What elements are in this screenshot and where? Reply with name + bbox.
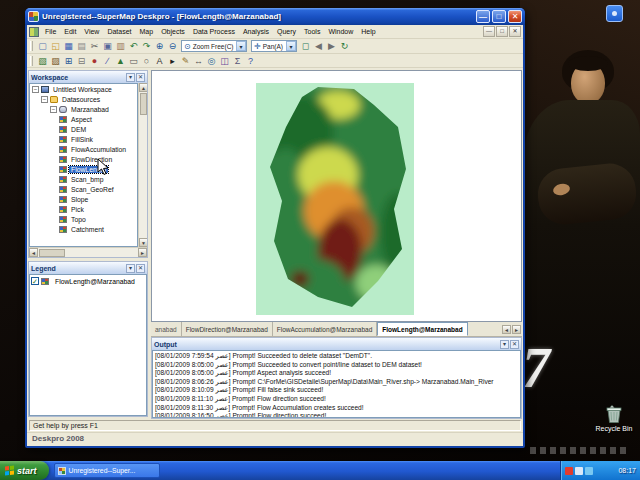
pin-icon[interactable]: ▾ [500,340,509,349]
close-all-icon[interactable]: ▤ [75,40,88,53]
tree-item[interactable]: Scan_bmp [30,174,137,184]
tree-expander-icon[interactable]: − [32,86,39,93]
new-grid-icon[interactable]: ⊞ [62,54,75,67]
buffer-icon[interactable]: ◎ [205,54,218,67]
dropdown-arrow-icon[interactable]: ▾ [286,41,296,51]
pan-combo[interactable]: ✛ Pan(A) ▾ [251,40,297,52]
zoom-in-icon[interactable]: ⊕ [153,40,166,53]
taskbar-clock[interactable]: 08:17 [618,467,636,474]
zoom-out-icon[interactable]: ⊖ [166,40,179,53]
scrollbar-thumb[interactable] [140,93,147,115]
close-button[interactable]: ✕ [508,10,522,23]
tree-expander-icon[interactable]: − [50,106,57,113]
overlay-icon[interactable]: ◫ [218,54,231,67]
help-icon[interactable]: ? [244,54,257,67]
menu-window[interactable]: Window [324,27,357,36]
tree-item[interactable]: Catchment [30,224,137,234]
polygon-tool-icon[interactable]: ▲ [114,54,127,67]
statistics-icon[interactable]: Σ [231,54,244,67]
menu-dataset[interactable]: Dataset [103,27,135,36]
measure-icon[interactable]: ↔ [192,54,205,67]
tree-item[interactable]: −Datasources [30,94,137,104]
next-view-icon[interactable]: ▶ [325,40,338,53]
tree-item[interactable]: Topo [30,214,137,224]
tree-item[interactable]: Slope [30,194,137,204]
workspace-panel-title[interactable]: Workspace ▾ ✕ [29,71,147,83]
dropdown-arrow-icon[interactable]: ▾ [236,41,246,51]
menu-objects[interactable]: Objects [157,27,189,36]
rectangle-tool-icon[interactable]: ▭ [127,54,140,67]
scrollbar-thumb[interactable] [39,249,65,257]
minimize-button[interactable]: — [476,10,490,23]
tree-item[interactable]: FlowDirection [30,154,137,164]
menu-file[interactable]: File [41,27,60,36]
tree-item[interactable]: −Untitled Workspace [30,84,137,94]
line-tool-icon[interactable]: ∕ [101,54,114,67]
panel-close-icon[interactable]: ✕ [136,264,145,273]
menu-map[interactable]: Map [136,27,158,36]
mdi-close-button[interactable]: ✕ [509,26,521,37]
panel-close-icon[interactable]: ✕ [136,73,145,82]
undo-icon[interactable]: ↶ [127,40,140,53]
tab-scroll-right-icon[interactable]: ► [512,325,521,334]
paste-icon[interactable]: ▥ [114,40,127,53]
document-tab[interactable]: FlowLength@Marzanabad [377,322,467,336]
save-icon[interactable]: ▦ [62,40,75,53]
cut-icon[interactable]: ✂ [88,40,101,53]
new-layout-icon[interactable]: ▨ [49,54,62,67]
redo-icon[interactable]: ↷ [140,40,153,53]
edit-tool-icon[interactable]: ✎ [179,54,192,67]
prev-view-icon[interactable]: ◀ [312,40,325,53]
tree-item[interactable]: FlowLength [30,164,137,174]
tree-expander-icon[interactable]: − [41,96,48,103]
tree-item[interactable]: Pick [30,204,137,214]
toolbar-grip[interactable] [30,56,33,66]
menu-view[interactable]: View [80,27,103,36]
copy-icon[interactable]: ▣ [101,40,114,53]
circle-tool-icon[interactable]: ○ [140,54,153,67]
layer-visible-checkbox[interactable]: ✓ [31,277,39,285]
refresh-icon[interactable]: ↻ [338,40,351,53]
menu-query[interactable]: Query [273,27,300,36]
start-button[interactable]: start [0,461,49,480]
tree-item[interactable]: Aspect [30,114,137,124]
volume-tray-icon[interactable] [575,467,583,475]
zoom-free-combo[interactable]: ⊙ Zoom Free(C) ▾ [181,40,247,52]
tree-item[interactable]: FlowAccumulation [30,144,137,154]
map-view[interactable] [151,70,522,322]
full-extent-icon[interactable]: ◻ [299,40,312,53]
document-tab[interactable]: FlowAccumulation@Marzanabad [273,322,377,336]
antivirus-tray-icon[interactable] [565,467,573,475]
network-tray-icon[interactable] [585,467,593,475]
attribute-table-icon[interactable]: ⊟ [75,54,88,67]
toolbar-grip[interactable] [30,41,33,51]
new-workspace-icon[interactable]: ▢ [36,40,49,53]
menu-tools[interactable]: Tools [300,27,324,36]
tab-scroll-left-icon[interactable]: ◄ [502,325,511,334]
desktop-gadget-icon[interactable] [606,5,623,22]
tree-item[interactable]: FillSink [30,134,137,144]
title-bar[interactable]: Unregistered--SuperMap Deskpro - [FlowLe… [25,8,525,25]
menu-analysis[interactable]: Analysis [239,27,273,36]
new-map-icon[interactable]: ▧ [36,54,49,67]
legend-item[interactable]: ✓FlowLength@Marzanabad [31,276,145,286]
tree-horizontal-scrollbar[interactable]: ◄ ► [29,247,147,257]
menu-help[interactable]: Help [357,27,379,36]
menu-edit[interactable]: Edit [60,27,80,36]
tree-item[interactable]: −Marzanabad [30,104,137,114]
open-icon[interactable]: ◱ [49,40,62,53]
tree-item[interactable]: DEM [30,124,137,134]
tree-vertical-scrollbar[interactable]: ▲ ▼ [138,83,147,247]
panel-close-icon[interactable]: ✕ [510,340,519,349]
text-tool-icon[interactable]: A [153,54,166,67]
output-log[interactable]: [08/01/2009 7:59:54 عصر] Prompt! Succeed… [152,350,521,418]
output-panel-title[interactable]: Output ▾ ✕ [152,338,521,350]
scroll-down-icon[interactable]: ▼ [139,238,147,247]
maximize-button[interactable]: □ [492,10,506,23]
pin-icon[interactable]: ▾ [126,264,135,273]
legend-panel-title[interactable]: Legend ▾ ✕ [29,262,147,274]
tree-item[interactable]: Scan_GeoRef [30,184,137,194]
scroll-up-icon[interactable]: ▲ [139,83,147,92]
point-tool-icon[interactable]: ● [88,54,101,67]
scroll-left-icon[interactable]: ◄ [29,248,38,257]
